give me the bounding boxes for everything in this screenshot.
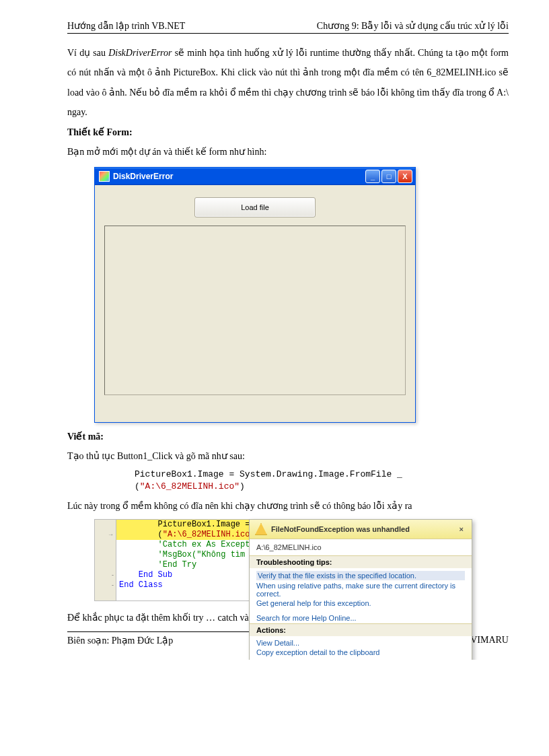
code-line-2-str: "A:\6_82MELINH.ico" [140, 481, 240, 491]
picture-box [104, 226, 406, 395]
tip-link-3[interactable]: Get general help for this exception. [256, 599, 465, 607]
gutter [95, 550, 116, 560]
gutter [95, 590, 116, 600]
action-view-detail[interactable]: View Detail... [256, 639, 465, 647]
minimize-button[interactable]: _ [365, 170, 380, 183]
code-line-1: PictureBox1.Image = System.Drawing.Image… [135, 469, 402, 479]
gutter: → [95, 530, 116, 540]
load-file-button[interactable]: Load file [194, 197, 316, 217]
actions-heading: Actions: [250, 623, 472, 636]
header-right: Chương 9: Bẫy lỗi và sử dụng cấu trúc xử… [317, 20, 509, 32]
paragraph-1: Ví dụ sau DiskDriverError sẽ minh họa tì… [67, 43, 509, 123]
footer-left: Biên soạn: Phạm Đức Lập [67, 635, 173, 646]
gutter [95, 560, 116, 570]
para1-rest: sẽ minh họa tình huống xử lý lỗi runtime… [67, 48, 509, 117]
heading-design-form: Thiết kế Form: [67, 127, 509, 138]
para1-prefix: Ví dụ sau [67, 48, 108, 58]
code-line-2-open: ( [135, 481, 140, 491]
maximize-button[interactable]: □ [381, 170, 396, 183]
winform: DiskDriverError _ □ X Load file [94, 167, 416, 423]
code-block: PictureBox1.Image = System.Drawing.Image… [135, 469, 509, 492]
app-icon [99, 171, 110, 182]
paragraph-3: Tạo thủ tục Button1_Click và gõ mã như s… [67, 446, 509, 466]
form-body: Load file [95, 185, 415, 422]
exception-popup: FileNotFoundException was unhandled × A:… [249, 519, 472, 660]
gutter: - [95, 570, 116, 580]
para1-italic: DiskDriverError [108, 48, 172, 58]
gutter: - [95, 580, 116, 590]
paragraph-2: Bạn mở mới một dự án và thiết kế form nh… [67, 142, 509, 162]
code-line-2-close: ) [240, 481, 245, 491]
heading-write-code: Viết mã: [67, 431, 509, 442]
tips-heading: Troubleshooting tips: [250, 555, 472, 568]
gutter [95, 520, 116, 530]
exception-close-button[interactable]: × [457, 525, 466, 533]
paragraph-4: Lúc này trong ổ mềm không có đĩa nên khi… [67, 496, 509, 516]
exception-path: A:\6_82MELINH.ico [256, 543, 465, 551]
header-rule [67, 33, 509, 34]
gutter [95, 540, 116, 550]
exception-title: FileNotFoundException was unhandled [271, 525, 457, 533]
tip-link-1[interactable]: Verify that the file exists in the speci… [256, 571, 465, 580]
search-help-link[interactable]: Search for more Help Online... [256, 614, 465, 622]
close-button[interactable]: X [398, 170, 412, 183]
header-left: Hướng dẫn lập trình VB.NET [67, 20, 185, 32]
action-copy-detail[interactable]: Copy exception detail to the clipboard [256, 648, 465, 656]
tip-link-2[interactable]: When using relative paths, make sure the… [256, 582, 465, 598]
window-title: DiskDriverError [113, 172, 365, 181]
warning-icon [255, 523, 267, 535]
titlebar[interactable]: DiskDriverError _ □ X [95, 168, 415, 185]
